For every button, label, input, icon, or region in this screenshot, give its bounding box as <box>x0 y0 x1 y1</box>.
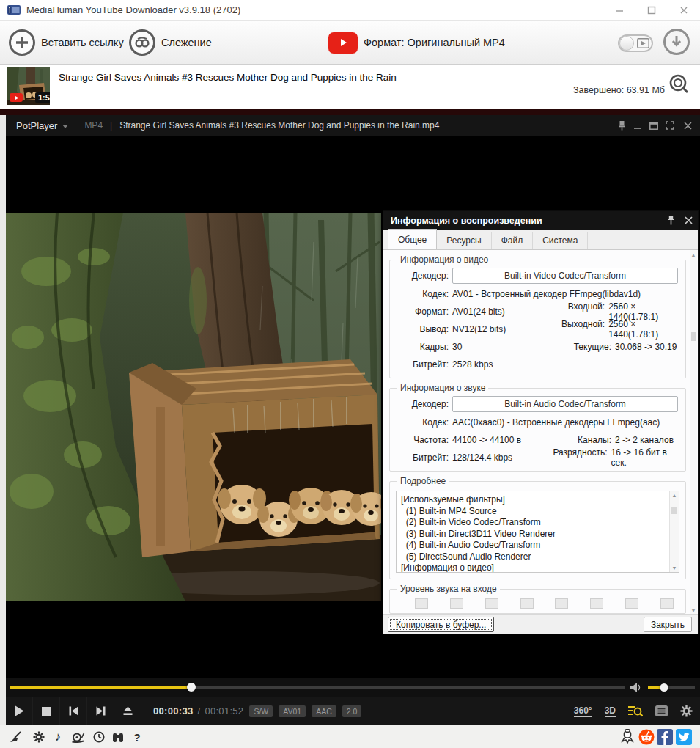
pin-icon[interactable] <box>614 115 630 136</box>
filter-list-line: [Используемые фильтры] <box>397 491 679 506</box>
help-icon[interactable]: ? <box>129 725 145 748</box>
row-separator <box>0 109 700 115</box>
video-decoder-button[interactable]: Built-in Video Codec/Transform <box>452 268 678 284</box>
maximize-icon[interactable] <box>646 115 662 136</box>
format-toggle[interactable] <box>618 34 653 52</box>
maximize-icon[interactable] <box>635 0 668 21</box>
scroll-up-icon[interactable]: ▲ <box>670 493 679 498</box>
settings-gear-icon[interactable] <box>680 705 693 717</box>
app-icon <box>7 5 21 15</box>
scroll-down-icon[interactable]: ▼ <box>670 565 679 571</box>
audio-depth-value: 16 -> 16 бит в сек. <box>611 447 681 468</box>
close-icon[interactable] <box>679 115 696 136</box>
player-titlebar[interactable]: PotPlayer MP4 | Strange Girl Saves Anima… <box>6 115 700 136</box>
snail-icon[interactable] <box>67 725 88 748</box>
download-button[interactable] <box>663 29 690 55</box>
paste-link-button[interactable]: Вставить ссылку <box>9 21 124 65</box>
toolbar: Вставить ссылку Слежение Формат: Оригина… <box>0 21 700 65</box>
filter-list-line: (2) Built-in Video Codec/Transform <box>397 517 679 529</box>
list-scrollbar[interactable]: ▲ ▼ <box>669 491 679 572</box>
tracking-button[interactable]: Слежение <box>129 21 212 65</box>
format-selector[interactable]: Формат: Оригинальный MP4 <box>328 21 505 65</box>
field-label: Кадры: <box>394 342 449 352</box>
duration-badge: 1:52 <box>35 92 50 103</box>
audio-decoder-button[interactable]: Built-in Audio Codec/Transform <box>452 396 678 412</box>
play-icon <box>15 705 24 716</box>
preferences-gear-icon[interactable] <box>29 725 48 748</box>
schedule-clock-icon[interactable] <box>89 725 108 748</box>
facebook-icon[interactable] <box>656 725 674 748</box>
tab-file[interactable]: Файл <box>492 232 534 249</box>
view-360-button[interactable]: 360° <box>574 705 592 717</box>
minimize-icon[interactable] <box>630 115 646 136</box>
seekbar-handle[interactable] <box>187 683 196 692</box>
tracking-binoculars-icon[interactable] <box>108 725 128 748</box>
video-codec-value: AV01 - Встроенный декодер FFmpeg(libdav1… <box>452 289 641 299</box>
download-icon <box>671 35 682 48</box>
seek-row <box>6 678 700 697</box>
tab-general[interactable]: Общее <box>388 229 437 249</box>
window-title: MediaHuman YouTube Downloader v3.9.18 (2… <box>26 4 240 15</box>
reddit-icon[interactable] <box>638 725 655 748</box>
view-3d-button[interactable]: 3D <box>605 705 616 717</box>
download-row[interactable]: 1:52 Strange Girl Saves Animals #3 Rescu… <box>0 65 700 109</box>
filter-list[interactable]: [Используемые фильтры] (1) Built-in MP4 … <box>396 491 679 573</box>
video-frame[interactable] <box>6 213 381 601</box>
level-meter <box>485 598 498 609</box>
playback-info-icon[interactable] <box>628 705 643 717</box>
playlist-icon[interactable] <box>655 705 668 716</box>
play-button[interactable] <box>6 697 33 725</box>
dialog-close-icon[interactable] <box>679 211 698 230</box>
clean-list-broom-icon[interactable] <box>6 725 25 748</box>
search-icon[interactable] <box>668 73 690 95</box>
content-scrollbar[interactable]: ▲ ▼ <box>690 250 697 615</box>
tab-resources[interactable]: Ресурсы <box>437 232 491 249</box>
volume-handle[interactable] <box>660 683 668 692</box>
dialog-pin-icon[interactable] <box>661 211 680 230</box>
scrollbar-thumb[interactable] <box>691 332 696 341</box>
potplayer-menu[interactable]: PotPlayer <box>16 120 57 131</box>
next-button[interactable] <box>87 697 114 725</box>
level-meters <box>394 595 681 609</box>
eject-button[interactable] <box>114 697 141 725</box>
close-button[interactable]: Закрыть <box>644 617 692 632</box>
previous-button[interactable] <box>60 697 87 725</box>
paste-link-label: Вставить ссылку <box>41 37 124 48</box>
minimize-icon[interactable] <box>603 0 635 21</box>
dialog-header[interactable]: Информация о воспроизведении <box>383 211 698 230</box>
decoder-mode-badge: S/W <box>249 705 273 717</box>
scroll-up-icon[interactable]: ▲ <box>690 252 696 257</box>
stop-button[interactable] <box>33 697 60 725</box>
previous-icon <box>69 706 78 716</box>
twitter-icon[interactable] <box>675 725 693 748</box>
video-codec-badge: AV01 <box>279 705 306 717</box>
seekbar-fill <box>10 686 191 689</box>
time-display: 00:00:33 / 00:01:52 <box>153 705 243 716</box>
volume-slider[interactable] <box>648 686 695 689</box>
stop-icon <box>42 707 51 716</box>
scrollbar-thumb[interactable] <box>671 507 677 514</box>
level-meter <box>450 598 463 609</box>
eject-icon <box>123 706 133 716</box>
audio-decoder-label: Декодер: <box>394 399 449 409</box>
field-label: Разрядность: <box>538 447 607 468</box>
speaker-icon[interactable] <box>630 683 642 692</box>
filter-list-line: [Информация о видео] <box>397 562 679 573</box>
level-meter <box>625 598 638 609</box>
audio-channels-value: 2 -> 2 каналов <box>615 435 674 445</box>
fullscreen-icon[interactable] <box>662 115 678 136</box>
mascot-icon[interactable] <box>618 725 637 748</box>
toggle-knob <box>619 36 634 51</box>
field-label: Каналы: <box>538 435 611 445</box>
video-decoder-label: Декодер: <box>394 271 449 281</box>
download-status: Завершено: 63.91 Мб <box>573 85 665 95</box>
seekbar[interactable] <box>10 686 625 689</box>
close-icon[interactable] <box>668 0 700 21</box>
tab-system[interactable]: Система <box>533 232 588 249</box>
music-note-icon[interactable]: ♪ <box>48 725 67 748</box>
copy-to-clipboard-button[interactable]: Копировать в буфер... <box>388 617 494 632</box>
field-label: Частота: <box>394 435 449 445</box>
field-label: Битрейт: <box>394 359 449 370</box>
level-meter <box>555 598 568 609</box>
scroll-down-icon[interactable]: ▼ <box>690 608 696 613</box>
